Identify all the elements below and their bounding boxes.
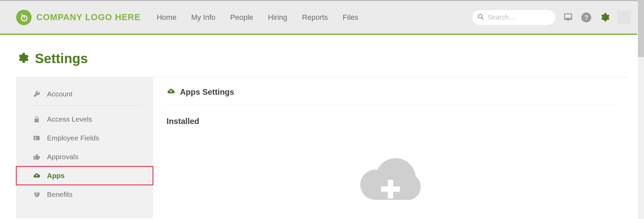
sidebar-item-label: Account (47, 90, 73, 98)
wrench-icon (32, 90, 41, 98)
svg-rect-10 (381, 186, 400, 192)
divider (28, 105, 141, 106)
topbar-right: ? (472, 10, 631, 25)
sidebar-item-label: Employee Fields (47, 134, 99, 142)
cloud-plus-icon (32, 172, 41, 179)
nav-hiring[interactable]: Hiring (268, 13, 287, 22)
sidebar-item-apps[interactable]: Apps (16, 166, 153, 185)
nav-my-info[interactable]: My Info (191, 13, 215, 22)
sidebar-item-approvals[interactable]: Approvals (16, 147, 153, 166)
id-card-icon (32, 134, 41, 142)
search-input[interactable] (472, 10, 555, 25)
main-nav: Home My Info People Hiring Reports Files (157, 13, 358, 22)
sidebar-item-label: Access Levels (47, 115, 92, 123)
logo-text: COMPANY LOGO HERE (36, 12, 141, 23)
avatar[interactable] (617, 11, 631, 24)
logo[interactable]: COMPANY LOGO HERE (16, 10, 141, 25)
main-panel: Apps Settings Installed (153, 77, 628, 218)
content-area: Account Access Levels Employee Fields (16, 77, 628, 218)
svg-rect-4 (565, 14, 571, 18)
gear-icon (16, 52, 29, 66)
scrollbar[interactable] (638, 0, 644, 218)
logo-mark (16, 10, 32, 25)
thumbs-up-icon (32, 153, 41, 161)
inbox-icon[interactable] (563, 12, 573, 23)
sidebar-item-benefits[interactable]: Benefits (16, 185, 153, 204)
page-title: Settings (35, 51, 88, 66)
sidebar-item-account[interactable]: Account (16, 85, 153, 103)
nav-files[interactable]: Files (343, 13, 358, 22)
svg-rect-7 (34, 136, 40, 140)
page-title-row: Settings (16, 51, 628, 66)
sidebar-item-label: Benefits (47, 190, 73, 199)
page: Settings Account Access Levels (0, 35, 644, 218)
sidebar-item-employee-fields[interactable]: Employee Fields (16, 129, 153, 147)
search-wrap (472, 10, 555, 25)
search-icon (477, 13, 484, 21)
section-installed: Installed (167, 117, 614, 126)
heart-plus-icon (32, 191, 41, 198)
svg-text:?: ? (584, 13, 588, 21)
gear-icon[interactable] (599, 12, 610, 23)
nav-reports[interactable]: Reports (302, 13, 328, 22)
scrollbar-thumb[interactable] (638, 0, 644, 57)
sidebar-item-label: Apps (47, 172, 65, 180)
svg-point-8 (35, 137, 36, 138)
settings-sidebar: Account Access Levels Employee Fields (16, 77, 153, 218)
sidebar-item-label: Approvals (47, 153, 78, 161)
main-title: Apps Settings (180, 87, 234, 97)
nav-home[interactable]: Home (157, 13, 177, 22)
svg-line-2 (482, 17, 484, 19)
topbar: COMPANY LOGO HERE Home My Info People Hi… (0, 0, 644, 34)
lock-icon (32, 116, 41, 123)
nav-people[interactable]: People (230, 13, 254, 22)
cloud-plus-icon (167, 87, 175, 97)
help-icon[interactable]: ? (581, 12, 592, 23)
main-header: Apps Settings (167, 87, 614, 105)
sidebar-item-access-levels[interactable]: Access Levels (16, 110, 153, 129)
add-app-button[interactable] (357, 156, 424, 207)
